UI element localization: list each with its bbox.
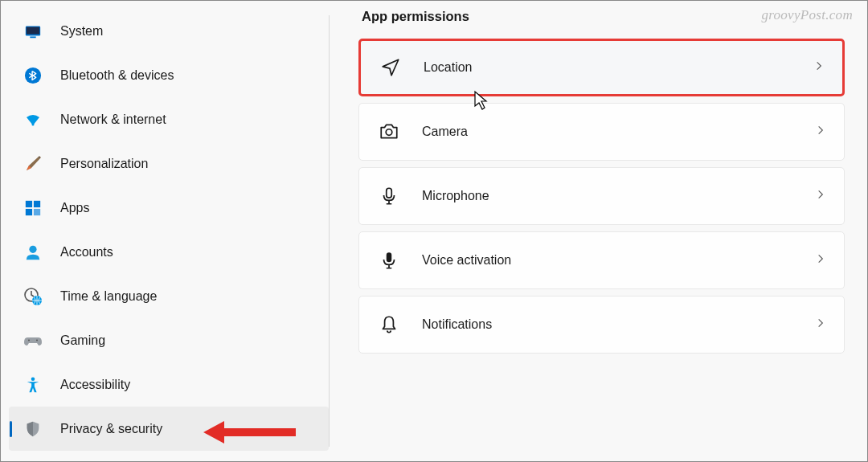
permission-label: Notifications — [422, 317, 815, 332]
svg-rect-1 — [27, 27, 40, 34]
microphone-icon — [379, 186, 399, 206]
svg-point-12 — [28, 339, 30, 341]
chevron-right-icon — [815, 253, 826, 268]
watermark-text: groovyPost.com — [761, 7, 853, 23]
permission-label: Camera — [422, 125, 815, 139]
svg-rect-8 — [34, 208, 40, 215]
sidebar-item-personalization[interactable]: Personalization — [9, 141, 329, 186]
permission-item-camera[interactable]: Camera — [358, 103, 845, 161]
wifi-icon — [23, 110, 43, 129]
sidebar-item-label: Privacy & security — [60, 422, 162, 436]
sidebar-item-label: Accounts — [60, 245, 113, 260]
clock-globe-icon — [23, 287, 43, 306]
sidebar-item-privacy-security[interactable]: Privacy & security — [9, 407, 329, 451]
chevron-right-icon — [815, 125, 826, 139]
svg-point-4 — [32, 123, 35, 125]
permission-item-notifications[interactable]: Notifications — [358, 296, 845, 354]
sidebar-item-system[interactable]: System — [9, 9, 329, 53]
accessibility-icon — [23, 375, 43, 395]
svg-point-13 — [36, 339, 38, 341]
permission-item-microphone[interactable]: Microphone — [358, 167, 845, 225]
sidebar-item-label: Network & internet — [60, 112, 166, 127]
svg-rect-2 — [30, 36, 35, 38]
system-icon — [23, 22, 43, 41]
sidebar-item-accessibility[interactable]: Accessibility — [9, 362, 329, 407]
chevron-right-icon — [813, 60, 825, 75]
sidebar-item-apps[interactable]: Apps — [9, 186, 329, 230]
sidebar-item-label: Bluetooth & devices — [60, 68, 174, 83]
sidebar-item-gaming[interactable]: Gaming — [9, 318, 329, 362]
sidebar-item-label: Personalization — [60, 157, 148, 171]
settings-sidebar: System Bluetooth & devices Network & int… — [1, 1, 329, 461]
permission-label: Microphone — [422, 189, 815, 203]
sidebar-item-label: Time & language — [60, 289, 157, 304]
sidebar-item-bluetooth[interactable]: Bluetooth & devices — [9, 53, 329, 97]
svg-rect-7 — [26, 208, 32, 215]
shield-icon — [23, 419, 43, 439]
sidebar-item-label: Accessibility — [60, 378, 130, 392]
permission-label: Voice activation — [422, 253, 815, 268]
sidebar-item-label: Gaming — [60, 333, 105, 348]
svg-point-15 — [386, 129, 392, 136]
svg-rect-16 — [387, 188, 392, 198]
sidebar-item-network[interactable]: Network & internet — [9, 97, 329, 141]
apps-icon — [23, 198, 43, 218]
bell-icon — [379, 314, 399, 335]
sidebar-item-time-language[interactable]: Time & language — [9, 274, 329, 318]
gamepad-icon — [23, 331, 43, 350]
permission-item-voice-activation[interactable]: Voice activation — [358, 231, 845, 289]
person-icon — [23, 243, 43, 262]
sidebar-item-label: Apps — [60, 201, 89, 215]
vertical-divider — [329, 15, 330, 447]
location-icon — [380, 57, 401, 78]
settings-main-panel: App permissions Location Camera Microph — [339, 1, 867, 461]
voice-activation-icon — [379, 250, 399, 271]
sidebar-item-accounts[interactable]: Accounts — [9, 230, 329, 274]
permission-label: Location — [424, 60, 813, 75]
svg-rect-5 — [26, 200, 32, 206]
paintbrush-icon — [23, 154, 43, 174]
bluetooth-icon — [23, 66, 43, 85]
camera-icon — [379, 121, 399, 142]
sidebar-item-label: System — [60, 24, 103, 39]
chevron-right-icon — [815, 189, 826, 203]
svg-rect-17 — [387, 252, 392, 262]
svg-point-9 — [29, 245, 36, 252]
svg-point-14 — [31, 377, 35, 381]
svg-rect-6 — [34, 200, 40, 206]
chevron-right-icon — [815, 317, 826, 332]
permission-item-location[interactable]: Location — [358, 39, 845, 96]
